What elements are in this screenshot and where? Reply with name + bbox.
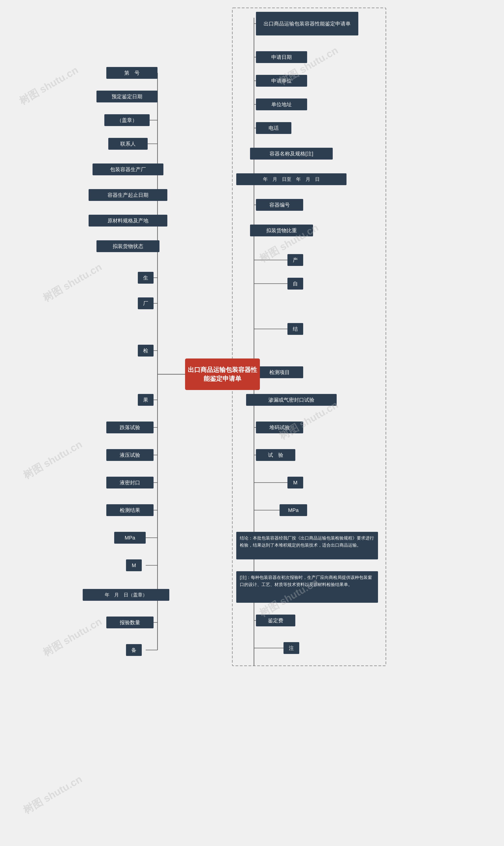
node-r1: 申请日期 (256, 51, 307, 63)
node-r20: 鉴定费 (256, 615, 295, 627)
diagram-container: 出口商品运输包装容器性能鉴定申请单 树图 shutu.cn 树图 shutu.c… (0, 0, 504, 846)
node-r4: 电话 (256, 122, 291, 134)
node-l16: 检测结果 (106, 504, 154, 516)
node-l12: 果 (138, 394, 154, 406)
node-l21: 备 (126, 644, 142, 656)
node-r10: 自 (287, 278, 303, 289)
watermark-3: 树图 shutu.cn (40, 260, 104, 305)
watermark-5: 树图 shutu.cn (21, 438, 85, 482)
node-r0: 出口商品运输包装容器性能鉴定申请单 (256, 12, 358, 35)
center-node: 出口商品运输包装容器性能鉴定申请单 (185, 358, 260, 390)
node-l10: 厂 (138, 297, 154, 309)
node-r13: 渗漏或气密封口试验 (246, 394, 337, 406)
node-l8: 拟装货物状态 (96, 240, 160, 252)
node-r17: MPa (280, 504, 307, 516)
node-r2: 申请单位 (256, 75, 307, 87)
node-r21: 注 (284, 642, 299, 654)
node-l15: 液密封口 (106, 477, 154, 489)
node-r18-conclusion: 结论：本批包装容器经我厂按《出口商品运输包装检验规程》要求进行检验，结果达到了本… (236, 532, 378, 559)
node-l20: 报验数量 (106, 617, 154, 628)
node-l5: 包装容器生产厂 (92, 163, 163, 175)
node-r3: 单位地址 (256, 99, 307, 110)
node-r12: 检测项目 (256, 366, 303, 378)
watermark-7: 树图 shutu.cn (40, 615, 104, 660)
node-r7: 容器编号 (256, 199, 303, 211)
node-l7: 原材料规格及产地 (89, 215, 167, 227)
node-l14: 液压试验 (106, 449, 154, 461)
node-l6: 容器生产起止日期 (89, 189, 167, 201)
node-r19-note: [注]：每种包装容器在初次报验时，生产厂应向商检局提供该种包装窗口的设计、工艺、… (236, 571, 378, 603)
node-r11: 结 (287, 323, 303, 335)
node-r6: 年 月 日至 年 月 日 (236, 173, 346, 185)
svg-rect-0 (232, 8, 386, 666)
watermark-9: 树图 shutu.cn (21, 772, 85, 817)
node-l9: 生 (138, 272, 154, 284)
node-l19: 年 月 日（盖章） (83, 589, 169, 601)
node-l13: 跌落试验 (106, 422, 154, 433)
node-l4: 联系人 (108, 138, 148, 150)
node-l3: （盖章） (104, 114, 150, 126)
node-r9: 产 (287, 254, 303, 266)
node-r15: 试 验 (256, 449, 295, 461)
connector-lines (0, 0, 504, 846)
node-r5: 容器名称及规格[注] (250, 148, 333, 160)
node-r16: M (287, 477, 303, 489)
node-r14: 堆码试验 (256, 422, 303, 433)
node-r8: 拟装货物比重 (250, 225, 313, 236)
node-l11: 检 (138, 345, 154, 356)
node-l1: 第 号 (106, 67, 158, 79)
node-l2: 预定鉴定日期 (96, 91, 158, 102)
node-l18: M (126, 559, 142, 571)
watermark-1: 树图 shutu.cn (17, 63, 81, 108)
node-l17: MPa (114, 532, 146, 544)
